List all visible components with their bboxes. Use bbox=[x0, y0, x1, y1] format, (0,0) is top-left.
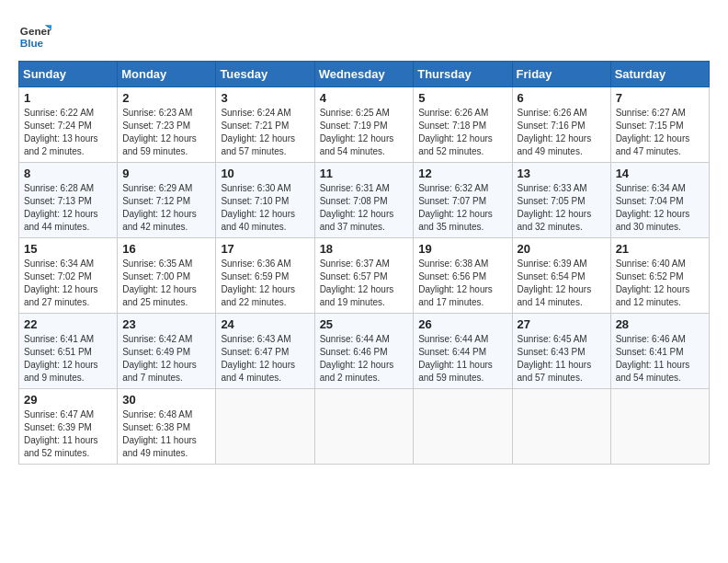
day-info: Sunrise: 6:34 AMSunset: 7:04 PMDaylight:… bbox=[616, 182, 704, 234]
calendar-cell: 7Sunrise: 6:27 AMSunset: 7:15 PMDaylight… bbox=[610, 87, 709, 163]
calendar-cell bbox=[512, 389, 610, 465]
header-day-saturday: Saturday bbox=[610, 62, 709, 87]
day-info: Sunrise: 6:23 AMSunset: 7:23 PMDaylight:… bbox=[122, 107, 210, 158]
day-info: Sunrise: 6:26 AMSunset: 7:18 PMDaylight:… bbox=[418, 107, 506, 158]
calendar-cell: 30Sunrise: 6:48 AMSunset: 6:38 PMDayligh… bbox=[118, 389, 216, 465]
calendar-cell: 16Sunrise: 6:35 AMSunset: 7:00 PMDayligh… bbox=[118, 238, 216, 314]
day-info: Sunrise: 6:48 AMSunset: 6:38 PMDaylight:… bbox=[122, 408, 210, 460]
day-info: Sunrise: 6:39 AMSunset: 6:54 PMDaylight:… bbox=[518, 258, 606, 309]
calendar-week-3: 15Sunrise: 6:34 AMSunset: 7:02 PMDayligh… bbox=[19, 238, 710, 314]
calendar-cell bbox=[314, 389, 414, 465]
day-info: Sunrise: 6:38 AMSunset: 6:56 PMDaylight:… bbox=[418, 258, 506, 309]
day-info: Sunrise: 6:46 AMSunset: 6:41 PMDaylight:… bbox=[616, 333, 704, 385]
day-number: 26 bbox=[418, 317, 506, 331]
day-info: Sunrise: 6:30 AMSunset: 7:10 PMDaylight:… bbox=[221, 182, 309, 234]
day-number: 22 bbox=[24, 317, 112, 331]
calendar-cell: 3Sunrise: 6:24 AMSunset: 7:21 PMDaylight… bbox=[216, 87, 314, 163]
calendar-week-5: 29Sunrise: 6:47 AMSunset: 6:39 PMDayligh… bbox=[19, 389, 710, 465]
day-number: 5 bbox=[418, 91, 506, 105]
calendar-header-row: SundayMondayTuesdayWednesdayThursdayFrid… bbox=[19, 62, 710, 87]
calendar-cell: 13Sunrise: 6:33 AMSunset: 7:05 PMDayligh… bbox=[512, 163, 610, 238]
calendar-cell: 28Sunrise: 6:46 AMSunset: 6:41 PMDayligh… bbox=[610, 314, 709, 389]
day-info: Sunrise: 6:44 AMSunset: 6:44 PMDaylight:… bbox=[418, 333, 506, 385]
header-day-thursday: Thursday bbox=[414, 62, 512, 87]
day-info: Sunrise: 6:33 AMSunset: 7:05 PMDaylight:… bbox=[518, 182, 606, 234]
day-number: 18 bbox=[320, 242, 409, 256]
day-number: 4 bbox=[320, 91, 409, 105]
day-info: Sunrise: 6:43 AMSunset: 6:47 PMDaylight:… bbox=[221, 333, 309, 385]
day-number: 27 bbox=[518, 317, 606, 331]
day-number: 15 bbox=[24, 242, 112, 256]
calendar-cell: 17Sunrise: 6:36 AMSunset: 6:59 PMDayligh… bbox=[216, 238, 314, 314]
day-info: Sunrise: 6:22 AMSunset: 7:24 PMDaylight:… bbox=[24, 107, 112, 158]
day-info: Sunrise: 6:25 AMSunset: 7:19 PMDaylight:… bbox=[320, 107, 409, 158]
calendar-cell: 25Sunrise: 6:44 AMSunset: 6:46 PMDayligh… bbox=[314, 314, 414, 389]
svg-text:Blue: Blue bbox=[20, 37, 44, 49]
day-number: 14 bbox=[616, 167, 704, 180]
day-number: 9 bbox=[122, 167, 210, 180]
page-header: General Blue bbox=[18, 18, 710, 52]
calendar-cell: 21Sunrise: 6:40 AMSunset: 6:52 PMDayligh… bbox=[610, 238, 709, 314]
svg-text:General: General bbox=[20, 25, 51, 37]
calendar-cell: 14Sunrise: 6:34 AMSunset: 7:04 PMDayligh… bbox=[610, 163, 709, 238]
day-info: Sunrise: 6:26 AMSunset: 7:16 PMDaylight:… bbox=[518, 107, 606, 158]
day-number: 8 bbox=[24, 167, 112, 180]
day-number: 2 bbox=[122, 91, 210, 105]
calendar-cell: 26Sunrise: 6:44 AMSunset: 6:44 PMDayligh… bbox=[414, 314, 512, 389]
day-info: Sunrise: 6:40 AMSunset: 6:52 PMDaylight:… bbox=[616, 258, 704, 309]
day-number: 11 bbox=[320, 167, 409, 180]
calendar-cell: 10Sunrise: 6:30 AMSunset: 7:10 PMDayligh… bbox=[216, 163, 314, 238]
calendar-cell: 11Sunrise: 6:31 AMSunset: 7:08 PMDayligh… bbox=[314, 163, 414, 238]
day-number: 28 bbox=[616, 317, 704, 331]
day-number: 30 bbox=[122, 393, 210, 407]
calendar-cell: 20Sunrise: 6:39 AMSunset: 6:54 PMDayligh… bbox=[512, 238, 610, 314]
day-number: 21 bbox=[616, 242, 704, 256]
header-day-sunday: Sunday bbox=[19, 62, 118, 87]
calendar-cell: 19Sunrise: 6:38 AMSunset: 6:56 PMDayligh… bbox=[414, 238, 512, 314]
day-number: 12 bbox=[418, 167, 506, 180]
calendar-cell: 1Sunrise: 6:22 AMSunset: 7:24 PMDaylight… bbox=[19, 87, 118, 163]
day-number: 29 bbox=[24, 393, 112, 407]
day-info: Sunrise: 6:34 AMSunset: 7:02 PMDaylight:… bbox=[24, 258, 112, 309]
day-info: Sunrise: 6:31 AMSunset: 7:08 PMDaylight:… bbox=[320, 182, 409, 234]
day-info: Sunrise: 6:28 AMSunset: 7:13 PMDaylight:… bbox=[24, 182, 112, 234]
header-day-tuesday: Tuesday bbox=[216, 62, 314, 87]
calendar-cell: 22Sunrise: 6:41 AMSunset: 6:51 PMDayligh… bbox=[19, 314, 118, 389]
day-number: 16 bbox=[122, 242, 210, 256]
calendar-cell: 29Sunrise: 6:47 AMSunset: 6:39 PMDayligh… bbox=[19, 389, 118, 465]
header-day-monday: Monday bbox=[118, 62, 216, 87]
calendar-cell: 18Sunrise: 6:37 AMSunset: 6:57 PMDayligh… bbox=[314, 238, 414, 314]
day-info: Sunrise: 6:42 AMSunset: 6:49 PMDaylight:… bbox=[122, 333, 210, 385]
day-info: Sunrise: 6:45 AMSunset: 6:43 PMDaylight:… bbox=[518, 333, 606, 385]
calendar-cell: 27Sunrise: 6:45 AMSunset: 6:43 PMDayligh… bbox=[512, 314, 610, 389]
logo: General Blue bbox=[18, 18, 55, 52]
day-number: 23 bbox=[122, 317, 210, 331]
day-info: Sunrise: 6:47 AMSunset: 6:39 PMDaylight:… bbox=[24, 408, 112, 460]
day-number: 6 bbox=[518, 91, 606, 105]
calendar-body: 1Sunrise: 6:22 AMSunset: 7:24 PMDaylight… bbox=[19, 87, 710, 465]
day-number: 19 bbox=[418, 242, 506, 256]
calendar-cell: 5Sunrise: 6:26 AMSunset: 7:18 PMDaylight… bbox=[414, 87, 512, 163]
calendar-cell: 15Sunrise: 6:34 AMSunset: 7:02 PMDayligh… bbox=[19, 238, 118, 314]
calendar-cell: 12Sunrise: 6:32 AMSunset: 7:07 PMDayligh… bbox=[414, 163, 512, 238]
calendar-week-2: 8Sunrise: 6:28 AMSunset: 7:13 PMDaylight… bbox=[19, 163, 710, 238]
calendar-cell: 24Sunrise: 6:43 AMSunset: 6:47 PMDayligh… bbox=[216, 314, 314, 389]
day-info: Sunrise: 6:35 AMSunset: 7:00 PMDaylight:… bbox=[122, 258, 210, 309]
day-info: Sunrise: 6:41 AMSunset: 6:51 PMDaylight:… bbox=[24, 333, 112, 385]
day-number: 24 bbox=[221, 317, 309, 331]
day-number: 10 bbox=[221, 167, 309, 180]
header-day-friday: Friday bbox=[512, 62, 610, 87]
calendar-week-4: 22Sunrise: 6:41 AMSunset: 6:51 PMDayligh… bbox=[19, 314, 710, 389]
day-info: Sunrise: 6:36 AMSunset: 6:59 PMDaylight:… bbox=[221, 258, 309, 309]
calendar-cell bbox=[216, 389, 314, 465]
day-number: 13 bbox=[518, 167, 606, 180]
calendar-cell: 23Sunrise: 6:42 AMSunset: 6:49 PMDayligh… bbox=[118, 314, 216, 389]
day-info: Sunrise: 6:44 AMSunset: 6:46 PMDaylight:… bbox=[320, 333, 409, 385]
calendar-cell: 6Sunrise: 6:26 AMSunset: 7:16 PMDaylight… bbox=[512, 87, 610, 163]
day-number: 7 bbox=[616, 91, 704, 105]
calendar-cell bbox=[414, 389, 512, 465]
calendar-table: SundayMondayTuesdayWednesdayThursdayFrid… bbox=[18, 61, 710, 465]
day-info: Sunrise: 6:29 AMSunset: 7:12 PMDaylight:… bbox=[122, 182, 210, 234]
day-info: Sunrise: 6:37 AMSunset: 6:57 PMDaylight:… bbox=[320, 258, 409, 309]
calendar-cell: 4Sunrise: 6:25 AMSunset: 7:19 PMDaylight… bbox=[314, 87, 414, 163]
